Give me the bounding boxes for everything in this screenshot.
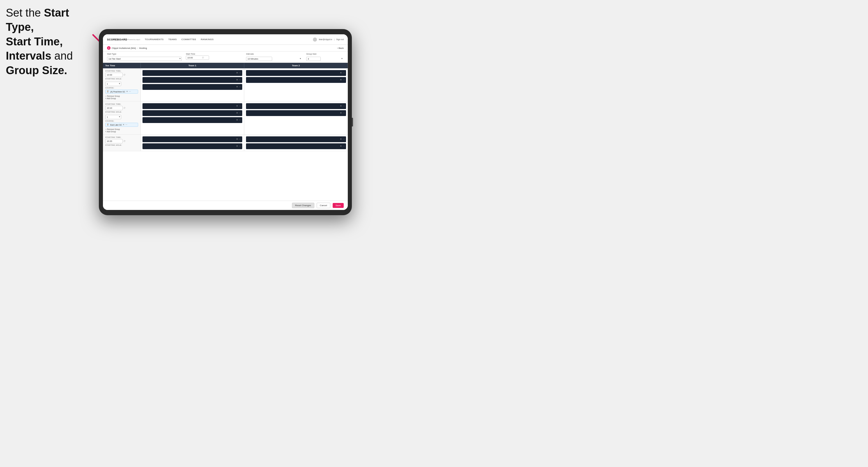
navbar-logo: SCOREBOARD Powered by clipp'd	[107, 38, 140, 41]
expand-btn-2-2[interactable]: ✕	[340, 79, 342, 81]
expand-btn-2-1[interactable]: ✕	[340, 72, 342, 74]
expand-btn-3-1[interactable]: ✕	[236, 105, 238, 107]
expand-btn-4-1[interactable]: ✕	[340, 105, 342, 107]
more-btn-6-2[interactable]: ⋯	[343, 145, 345, 148]
player-row-3-2: ✕ ⋯	[143, 110, 242, 116]
logo-sub: Powered by clipp'd	[128, 39, 140, 40]
starting-time-input-wrap-1: ⏱	[105, 73, 138, 77]
expand-btn-1-1[interactable]: ✕	[236, 72, 238, 74]
course-remove-1[interactable]: ✕	[126, 90, 128, 93]
back-link[interactable]: ‹ Back	[337, 47, 344, 50]
instruction-text: Set the Start Type,Start Time,Intervals …	[6, 6, 93, 77]
start-type-select[interactable]: 1st Tee Start Shotgun Start 10th Tee Sta…	[107, 57, 182, 61]
nav-tournaments[interactable]: TOURNAMENTS	[145, 37, 164, 42]
more-btn-1-1[interactable]: ⋯	[239, 72, 241, 74]
action-links-1: ○ Remove Group + Add Group	[105, 95, 138, 99]
starting-hole-select-wrapper-1: 1 10	[105, 81, 121, 86]
player-controls-4-2: ✕ ⋯	[340, 112, 345, 114]
save-button[interactable]: Save	[333, 203, 344, 208]
start-time-label: Start Time	[186, 53, 242, 55]
expand-btn-6-2[interactable]: ✕	[340, 145, 342, 148]
more-btn-3-1[interactable]: ⋯	[239, 105, 241, 107]
player-controls-5-1: ✕ ⋯	[236, 138, 241, 141]
content-area[interactable]: STARTING TIME: ⏱ STARTING HOLE: 1 10	[103, 68, 348, 200]
more-btn-2-2[interactable]: ⋯	[343, 79, 345, 81]
tablet-frame: SCOREBOARD Powered by clipp'd TOURNAMENT…	[99, 29, 352, 215]
expand-btn-6-1[interactable]: ✕	[340, 138, 342, 141]
intervals-group: Intervals 5 Minutes 10 Minutes 15 Minute…	[246, 53, 302, 61]
start-time-group: Start Time ⏱	[186, 53, 242, 61]
starting-hole-label-3: STARTING HOLE:	[105, 144, 138, 146]
player-row-5-2: ✕ ⋯	[143, 143, 242, 149]
player-controls-2-2: ✕ ⋯	[340, 79, 345, 81]
course-expand-1[interactable]: ⋯	[129, 90, 131, 93]
expand-btn-1-3[interactable]: ✕	[236, 86, 238, 88]
player-controls-3-2: ✕ ⋯	[236, 112, 241, 114]
table-header: Tee Time Team 1 Team 2	[103, 63, 348, 68]
player-controls-1-3: ✕ ⋯	[236, 86, 241, 88]
expand-btn-4-2[interactable]: ✕	[340, 112, 342, 114]
more-btn-4-1[interactable]: ⋯	[343, 105, 345, 107]
more-btn-5-2[interactable]: ⋯	[239, 145, 241, 148]
nav-rankings[interactable]: RANKINGS	[201, 37, 214, 42]
starting-time-input-2[interactable]	[105, 106, 123, 110]
starting-hole-label-2: STARTING HOLE:	[105, 111, 138, 113]
more-btn-6-1[interactable]: ⋯	[343, 138, 345, 141]
breadcrumb-tournament[interactable]: Clippd Invitational (Mst)	[112, 47, 136, 50]
add-group-link-2[interactable]: + Add Group	[105, 130, 138, 133]
player-controls-6-1: ✕ ⋯	[340, 138, 345, 141]
more-btn-1-3[interactable]: ⋯	[239, 86, 241, 88]
more-btn-4-2[interactable]: ⋯	[343, 112, 345, 114]
player-controls-1-2: ✕ ⋯	[236, 79, 241, 81]
action-links-2: ○ Remove Group + Add Group	[105, 128, 138, 133]
action-bar: Reset Changes Cancel Save	[103, 200, 348, 210]
course-expand-2[interactable]: ⋯	[125, 124, 127, 126]
team1-col-1: ✕ ⋯ ✕ ⋯ ✕ ⋯	[141, 68, 244, 101]
sign-out-link[interactable]: Sign out	[336, 38, 344, 40]
starting-hole-select-2[interactable]: 1 10	[105, 115, 121, 119]
nav-committee[interactable]: COMMITTEE	[182, 37, 196, 42]
more-btn-2-1[interactable]: ⋯	[343, 72, 345, 74]
remove-group-link-1[interactable]: ○ Remove Group	[105, 95, 138, 97]
starting-time-label-3: STARTING TIME:	[105, 136, 138, 138]
course-icon-1: 🏌	[107, 90, 109, 93]
remove-group-link-2[interactable]: ○ Remove Group	[105, 128, 138, 130]
expand-btn-3-2[interactable]: ✕	[236, 112, 238, 114]
nav-links: TOURNAMENTS TEAMS COMMITTEE RANKINGS	[145, 37, 313, 42]
circle-icon-1: ○	[105, 95, 106, 97]
player-row-1-3: ✕ ⋯	[143, 84, 242, 90]
tee-settings-1: STARTING TIME: ⏱ STARTING HOLE: 1 10	[103, 68, 141, 101]
course-name-2: East Lake GC	[110, 124, 122, 126]
expand-btn-3-3[interactable]: ✕	[236, 119, 238, 121]
time-icon-1: ⏱	[123, 73, 126, 76]
more-btn-3-3[interactable]: ⋯	[239, 119, 241, 121]
expand-btn-5-1[interactable]: ✕	[236, 138, 238, 141]
starting-time-input-wrap-3: ⏱	[105, 139, 138, 143]
intervals-label: Intervals	[246, 53, 302, 55]
player-controls-3-1: ✕ ⋯	[236, 105, 241, 107]
starting-hole-select-1[interactable]: 1 10	[105, 82, 121, 86]
start-type-label: Start Type	[107, 53, 182, 55]
cancel-button[interactable]: Cancel	[317, 203, 330, 208]
reset-changes-button[interactable]: Reset Changes	[292, 203, 314, 208]
expand-btn-5-2[interactable]: ✕	[236, 145, 238, 148]
breadcrumb-section: Hosting	[139, 47, 147, 50]
start-type-group: Start Type 1st Tee Start Shotgun Start 1…	[107, 53, 182, 61]
course-remove-2[interactable]: ✕	[123, 124, 124, 126]
start-time-input[interactable]	[187, 56, 202, 59]
more-btn-1-2[interactable]: ⋯	[239, 79, 241, 81]
breadcrumb: C Clippd Invitational (Mst) › Hosting	[107, 46, 147, 50]
more-btn-3-2[interactable]: ⋯	[239, 112, 241, 114]
breadcrumb-bar: C Clippd Invitational (Mst) › Hosting ‹ …	[103, 45, 348, 52]
more-btn-5-1[interactable]: ⋯	[239, 138, 241, 141]
player-row-6-1: ✕ ⋯	[246, 136, 346, 142]
tee-settings-3: STARTING TIME: ⏱ STARTING HOLE:	[103, 135, 141, 151]
starting-time-label-2: STARTING TIME:	[105, 103, 138, 105]
starting-time-input-1[interactable]	[105, 73, 123, 77]
nav-teams[interactable]: TEAMS	[168, 37, 177, 42]
group-size-select[interactable]: 2 3 4	[306, 57, 321, 61]
intervals-select[interactable]: 5 Minutes 10 Minutes 15 Minutes 20 Minut…	[246, 57, 272, 61]
add-group-link-1[interactable]: + Add Group	[105, 97, 138, 99]
starting-time-input-3[interactable]	[105, 139, 123, 143]
expand-btn-1-2[interactable]: ✕	[236, 79, 238, 81]
